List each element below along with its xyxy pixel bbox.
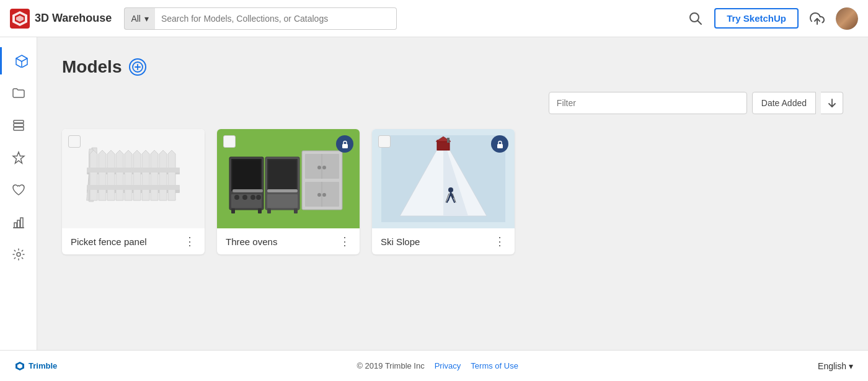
trimble-logo-icon	[15, 361, 25, 371]
oven-preview	[226, 138, 350, 219]
svg-marker-32	[116, 150, 123, 200]
filter-input[interactable]	[549, 92, 747, 114]
svg-marker-36	[151, 150, 158, 200]
card-select-picket-fence[interactable]	[68, 135, 81, 148]
lock-icon-2	[496, 140, 504, 148]
ski-slope-preview	[381, 135, 505, 222]
svg-point-64	[322, 193, 326, 197]
search-icon	[689, 12, 702, 25]
svg-point-62	[322, 166, 326, 169]
svg-rect-41	[342, 144, 348, 148]
cards-grid: Picket fence panel ⋮	[62, 129, 843, 254]
svg-rect-52	[268, 160, 296, 190]
sidebar-item-favorites[interactable]	[5, 176, 32, 204]
card-lock-three-ovens	[336, 135, 353, 153]
card-name-picket-fence: Picket fence panel	[71, 236, 147, 247]
footer-center: © 2019 Trimble Inc Privacy Terms of Use	[57, 361, 818, 370]
svg-marker-37	[159, 150, 167, 200]
plus-circle-icon	[132, 61, 143, 73]
card-menu-three-ovens[interactable]: ⋮	[339, 236, 351, 247]
card-footer-ski-slope: Ski Slope ⋮	[372, 228, 515, 254]
language-chevron-icon: ▾	[849, 361, 853, 371]
svg-rect-69	[497, 144, 503, 148]
card-ski-slope: Ski Slope ⋮	[372, 129, 515, 254]
svg-rect-18	[20, 218, 23, 228]
star-icon	[12, 151, 25, 164]
svg-rect-13	[14, 120, 24, 123]
trimble-label: Trimble	[29, 361, 57, 370]
chart-icon	[12, 215, 25, 229]
card-image-ski-slope	[372, 129, 515, 228]
svg-marker-31	[107, 150, 115, 200]
search-dropdown[interactable]: All ▾	[124, 7, 155, 30]
try-sketchup-button[interactable]: Try SketchUp	[714, 8, 799, 29]
lock-icon	[341, 140, 349, 148]
logo-icon	[10, 9, 30, 29]
svg-marker-14	[13, 152, 24, 163]
logo-area[interactable]: 3D Warehouse	[10, 9, 112, 29]
search-area: All ▾	[124, 7, 397, 30]
chevron-down-icon: ▾	[144, 14, 149, 24]
svg-rect-75	[447, 138, 450, 143]
svg-point-49	[256, 195, 261, 200]
sidebar-item-catalog[interactable]	[5, 112, 32, 139]
svg-line-10	[22, 58, 27, 61]
footer-terms-link[interactable]: Terms of Use	[471, 361, 518, 370]
svg-marker-33	[125, 150, 132, 200]
upload-button[interactable]	[806, 7, 828, 30]
sidebar-item-likes[interactable]	[5, 144, 32, 171]
svg-marker-29	[90, 150, 97, 200]
card-lock-ski-slope	[491, 135, 508, 153]
sort-down-icon	[827, 98, 837, 108]
card-menu-picket-fence[interactable]: ⋮	[184, 236, 196, 247]
svg-rect-11	[14, 127, 24, 130]
logo-text: 3D Warehouse	[35, 12, 112, 25]
language-selector[interactable]: English ▾	[818, 361, 853, 371]
fence-preview	[84, 141, 183, 216]
svg-rect-17	[17, 220, 20, 228]
sidebar	[0, 37, 37, 350]
sidebar-item-collections[interactable]	[5, 79, 32, 107]
avatar[interactable]	[836, 7, 858, 30]
cube-icon	[15, 54, 29, 68]
upload-icon	[810, 11, 825, 26]
search-button[interactable]	[684, 7, 707, 30]
svg-point-48	[250, 195, 255, 200]
svg-line-5	[698, 20, 702, 24]
page-title: Models	[62, 57, 122, 77]
header: 3D Warehouse All ▾ Try SketchUp	[0, 0, 868, 37]
svg-rect-65	[231, 208, 235, 213]
card-name-ski-slope: Ski Slope	[381, 236, 420, 247]
footer-privacy-link[interactable]: Privacy	[435, 361, 461, 370]
svg-point-47	[242, 195, 247, 200]
stack-icon	[12, 119, 25, 132]
svg-rect-39	[87, 168, 180, 173]
svg-rect-67	[267, 208, 271, 213]
card-footer-picket-fence: Picket fence panel ⋮	[62, 228, 205, 254]
sidebar-item-models[interactable]	[0, 47, 37, 74]
sort-button[interactable]: Date Added	[752, 92, 816, 114]
svg-rect-53	[267, 194, 298, 208]
card-select-ski-slope[interactable]	[378, 135, 391, 148]
svg-point-46	[234, 195, 239, 200]
card-picket-fence: Picket fence panel ⋮	[62, 129, 205, 254]
sidebar-item-settings[interactable]	[5, 241, 32, 268]
svg-point-19	[17, 253, 20, 256]
card-image-picket-fence	[62, 129, 205, 228]
footer-right: English ▾	[818, 361, 853, 371]
card-select-three-ovens[interactable]	[223, 135, 236, 148]
svg-marker-38	[168, 150, 175, 200]
card-three-ovens: Three ovens ⋮	[217, 129, 360, 254]
search-input[interactable]	[161, 14, 390, 24]
folder-icon	[12, 86, 25, 100]
svg-rect-66	[258, 208, 262, 213]
sidebar-item-analytics[interactable]	[5, 208, 32, 236]
sort-direction-button[interactable]	[821, 92, 843, 114]
add-models-button[interactable]	[129, 58, 146, 76]
footer-copyright: © 2019 Trimble Inc	[356, 361, 424, 370]
svg-marker-34	[133, 150, 141, 200]
card-menu-ski-slope[interactable]: ⋮	[494, 236, 506, 247]
search-input-wrap	[155, 7, 397, 30]
gear-icon	[12, 248, 25, 261]
svg-rect-40	[87, 185, 180, 190]
